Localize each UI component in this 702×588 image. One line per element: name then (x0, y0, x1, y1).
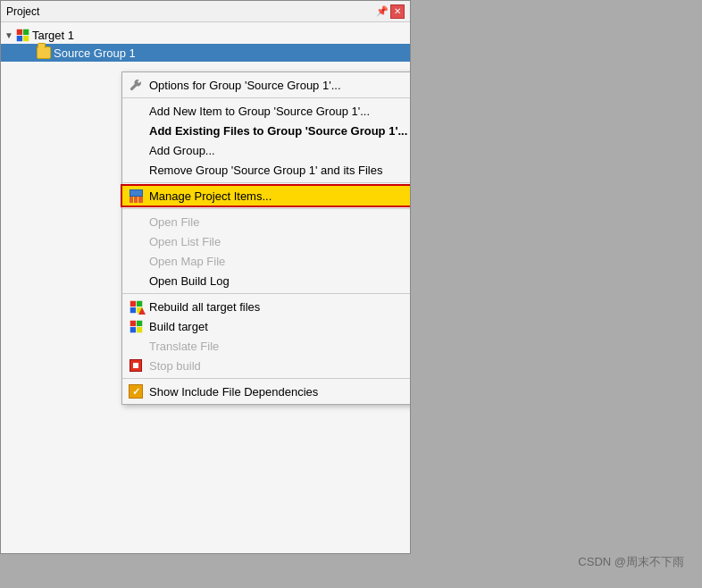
menu-item-open_map: Open Map File (122, 251, 410, 271)
menu-item-label-manage: Manage Project Items... (149, 189, 272, 203)
target-label: Target 1 (32, 29, 74, 42)
expand-icon: ▼ (4, 30, 15, 40)
menu-item-translate: Translate File (122, 336, 410, 356)
menu-separator (122, 378, 410, 379)
title-bar-left: Project (6, 5, 39, 18)
svg-marker-0 (138, 307, 146, 315)
menu-item-label-open_list: Open List File (149, 235, 221, 248)
menu-separator (122, 97, 410, 98)
menu-item-options[interactable]: Options for Group 'Source Group 1'...Alt… (122, 75, 410, 95)
menu-item-add_existing[interactable]: Add Existing Files to Group 'Source Grou… (122, 121, 410, 140)
watermark: CSDN @周末不下雨 (578, 554, 684, 570)
menu-item-label-open_build_log: Open Build Log (149, 274, 230, 288)
target-icon (15, 28, 29, 42)
check-icon: ✓ (128, 383, 144, 399)
rebuild-icon (128, 298, 144, 315)
menu-item-label-add_existing: Add Existing Files to Group 'Source Grou… (149, 124, 407, 138)
menu-item-add_new[interactable]: Add New Item to Group 'Source Group 1'..… (122, 101, 410, 121)
menu-separator (122, 208, 410, 209)
folder-icon (37, 46, 51, 60)
menu-item-remove_group[interactable]: Remove Group 'Source Group 1' and its Fi… (122, 160, 410, 180)
close-button[interactable]: ✕ (390, 4, 405, 19)
menu-item-label-add_new: Add New Item to Group 'Source Group 1'..… (149, 105, 370, 118)
wrench-icon (128, 77, 144, 93)
menu-item-label-options: Options for Group 'Source Group 1'... (149, 79, 341, 92)
project-tree: ▼ Target 1 Source Grou (1, 22, 410, 65)
tree-item-target[interactable]: ▼ Target 1 (1, 26, 410, 44)
menu-item-label-rebuild: Rebuild all target files (149, 300, 260, 314)
menu-item-rebuild[interactable]: Rebuild all target files (122, 297, 410, 316)
panel-content: ▼ Target 1 Source Grou (1, 22, 410, 553)
menu-item-stop_build: Stop build (122, 356, 410, 375)
window-title: Project (6, 5, 39, 18)
pin-button[interactable]: 📌 (376, 5, 389, 18)
menu-item-show_include[interactable]: ✓Show Include File Dependencies (122, 382, 410, 401)
menu-item-label-open_map: Open Map File (149, 255, 225, 268)
source-group-label: Source Group 1 (54, 46, 136, 60)
manage-icon (128, 188, 144, 204)
menu-item-label-open_file: Open File (149, 215, 199, 229)
menu-item-open_list: Open List File (122, 231, 410, 251)
ide-window: Project 📌 ✕ ▼ Targe (0, 0, 411, 554)
menu-item-build[interactable]: Build targetF7 (122, 316, 410, 336)
menu-item-manage[interactable]: Manage Project Items... (122, 186, 410, 206)
title-bar-right: 📌 ✕ (376, 4, 405, 19)
menu-item-label-add_group: Add Group... (149, 144, 215, 157)
build-icon (128, 318, 144, 334)
context-menu: Options for Group 'Source Group 1'...Alt… (121, 71, 410, 405)
menu-item-label-show_include: Show Include File Dependencies (149, 385, 318, 399)
menu-item-open_file: Open File (122, 212, 410, 231)
menu-item-label-translate: Translate File (149, 340, 219, 353)
menu-item-label-stop_build: Stop build (149, 359, 201, 373)
menu-item-label-build: Build target (149, 320, 208, 333)
menu-item-label-remove_group: Remove Group 'Source Group 1' and its Fi… (149, 164, 382, 177)
menu-item-open_build_log[interactable]: Open Build Log (122, 271, 410, 290)
stop-icon (128, 357, 144, 374)
menu-separator (122, 293, 410, 294)
tree-item-source-group[interactable]: Source Group 1 (1, 44, 410, 62)
menu-item-add_group[interactable]: Add Group... (122, 140, 410, 160)
menu-separator (122, 182, 410, 183)
title-bar: Project 📌 ✕ (1, 1, 410, 22)
